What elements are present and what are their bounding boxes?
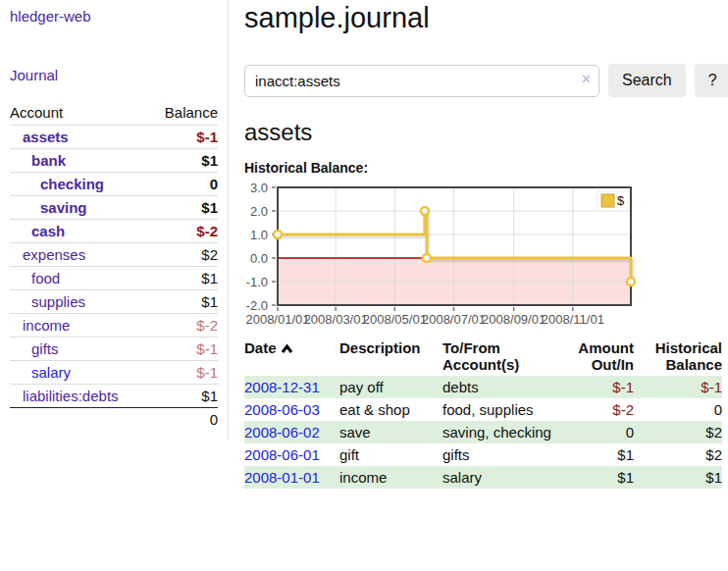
account-row: liabilities:debts$1 bbox=[10, 385, 218, 408]
account-row: assets$-1 bbox=[10, 126, 218, 149]
account-link[interactable]: salary bbox=[31, 364, 71, 381]
chart-title: Historical Balance: bbox=[244, 160, 728, 176]
account-link[interactable]: food bbox=[31, 270, 60, 286]
register-amount-cell: $-1 bbox=[570, 376, 634, 398]
register-description-cell: save bbox=[339, 421, 442, 443]
register-row: 2008-01-01incomesalary$1$1 bbox=[244, 466, 722, 489]
transaction-date-link[interactable]: 2008-01-01 bbox=[244, 469, 320, 486]
accounts-table-body: assets$-1bank$1checking0saving$1cash$-2e… bbox=[10, 126, 218, 408]
sort-ascending-icon bbox=[281, 343, 293, 354]
register-date-cell: 2008-12-31 bbox=[244, 376, 339, 398]
register-header-row: Date Description To/From Account(s) Amou… bbox=[244, 337, 722, 376]
account-row: saving$1 bbox=[10, 196, 218, 220]
register-header-accounts: To/From Account(s) bbox=[442, 337, 570, 376]
search-button[interactable]: Search bbox=[608, 64, 686, 97]
help-button[interactable]: ? bbox=[695, 64, 728, 97]
sidebar: hledger-web Journal Account Balance asse… bbox=[0, 0, 229, 440]
account-row: salary$-1 bbox=[10, 361, 218, 385]
accounts-total-value: 0 bbox=[149, 408, 218, 432]
svg-text:-2.0: -2.0 bbox=[246, 298, 268, 313]
account-name-cell: salary bbox=[10, 361, 149, 385]
account-name-cell: supplies bbox=[10, 290, 149, 314]
register-description-cell: gift bbox=[339, 443, 442, 466]
account-balance: $-2 bbox=[149, 220, 218, 243]
account-link[interactable]: saving bbox=[40, 199, 87, 216]
account-link[interactable]: expenses bbox=[23, 246, 85, 263]
register-amount-cell: $1 bbox=[570, 466, 634, 489]
account-link[interactable]: liabilities:debts bbox=[23, 388, 119, 404]
account-name-cell: checking bbox=[10, 173, 149, 196]
transaction-date-link[interactable]: 2008-06-03 bbox=[244, 401, 320, 418]
account-name-cell: bank bbox=[10, 149, 149, 173]
account-link[interactable]: supplies bbox=[31, 293, 85, 310]
register-balance-cell: $-1 bbox=[634, 376, 722, 398]
account-name-cell: food bbox=[10, 267, 149, 290]
register-date-cell: 2008-01-01 bbox=[244, 466, 339, 489]
register-description-cell: income bbox=[339, 466, 442, 489]
register-balance-cell: $2 bbox=[634, 421, 722, 443]
accounts-total-spacer bbox=[10, 408, 149, 432]
account-row: food$1 bbox=[10, 267, 218, 290]
account-name-cell: expenses bbox=[10, 243, 149, 267]
search-input[interactable] bbox=[244, 65, 599, 97]
account-balance: $-2 bbox=[149, 314, 218, 337]
accounts-table: Account Balance assets$-1bank$1checking0… bbox=[10, 100, 218, 431]
transaction-date-link[interactable]: 2008-12-31 bbox=[244, 379, 320, 395]
account-row: income$-2 bbox=[10, 314, 218, 337]
register-header-description: Description bbox=[339, 337, 442, 376]
account-balance: $1 bbox=[149, 290, 218, 314]
register-amount-cell: 0 bbox=[570, 421, 634, 443]
register-date-cell: 2008-06-03 bbox=[244, 398, 339, 421]
sidebar-item-journal[interactable]: Journal bbox=[10, 67, 218, 83]
svg-text:1.0: 1.0 bbox=[250, 228, 268, 242]
account-link[interactable]: gifts bbox=[31, 340, 59, 357]
register-row: 2008-12-31pay offdebts$-1$-1 bbox=[244, 376, 722, 398]
transaction-date-link[interactable]: 2008-06-02 bbox=[244, 424, 320, 441]
account-balance: $-1 bbox=[149, 337, 218, 361]
account-heading: assets bbox=[244, 119, 728, 146]
accounts-header-account: Account bbox=[10, 100, 149, 126]
register-header-amount: Amount Out/In bbox=[570, 337, 634, 376]
account-balance: $1 bbox=[149, 385, 218, 408]
account-balance: $2 bbox=[149, 243, 218, 267]
register-amount-cell: $-2 bbox=[570, 398, 634, 421]
register-accounts-cell: saving, checking bbox=[442, 421, 570, 443]
svg-text:2.0: 2.0 bbox=[250, 204, 268, 219]
svg-text:2008/03/01: 2008/03/01 bbox=[304, 312, 368, 327]
register-description-cell: eat & shop bbox=[339, 398, 442, 421]
register-date-cell: 2008-06-02 bbox=[244, 421, 339, 443]
account-link[interactable]: assets bbox=[23, 129, 69, 145]
register-header-balance: Historical Balance bbox=[634, 337, 722, 376]
account-link[interactable]: income bbox=[23, 317, 70, 334]
accounts-table-header: Account Balance bbox=[10, 100, 218, 126]
register-row: 2008-06-02savesaving, checking0$2 bbox=[244, 421, 722, 443]
account-name-cell: gifts bbox=[10, 337, 149, 361]
account-link[interactable]: checking bbox=[40, 176, 104, 192]
account-link[interactable]: cash bbox=[31, 223, 65, 239]
register-accounts-cell: salary bbox=[442, 466, 570, 489]
svg-text:2008/05/01: 2008/05/01 bbox=[363, 312, 427, 327]
account-row: gifts$-1 bbox=[10, 337, 218, 361]
register-row: 2008-06-01giftgifts$1$2 bbox=[244, 443, 722, 466]
transaction-date-link[interactable]: 2008-06-01 bbox=[244, 446, 320, 463]
register-table-body: 2008-12-31pay offdebts$-1$-12008-06-03ea… bbox=[244, 376, 722, 489]
account-balance: $1 bbox=[149, 267, 218, 290]
account-name-cell: saving bbox=[10, 196, 149, 220]
svg-text:2008/01/01: 2008/01/01 bbox=[245, 312, 309, 327]
main-content: sample.journal × Search ? assets Histori… bbox=[229, 0, 728, 571]
account-link[interactable]: bank bbox=[31, 152, 66, 169]
register-date-cell: 2008-06-01 bbox=[244, 443, 339, 466]
account-row: bank$1 bbox=[10, 149, 218, 173]
app-title-link[interactable]: hledger-web bbox=[10, 8, 91, 25]
account-name-cell: cash bbox=[10, 220, 149, 243]
register-header-date[interactable]: Date bbox=[244, 337, 339, 376]
svg-text:3.0: 3.0 bbox=[250, 181, 268, 195]
accounts-header-balance: Balance bbox=[149, 100, 218, 126]
register-header-date-label: Date bbox=[244, 339, 277, 356]
account-balance: 0 bbox=[149, 173, 218, 196]
search-form: × Search ? bbox=[244, 64, 728, 97]
clear-search-icon[interactable]: × bbox=[582, 72, 591, 87]
svg-text:-1.0: -1.0 bbox=[246, 275, 268, 289]
register-description-cell: pay off bbox=[339, 376, 442, 398]
svg-text:2008/11/01: 2008/11/01 bbox=[542, 312, 604, 327]
